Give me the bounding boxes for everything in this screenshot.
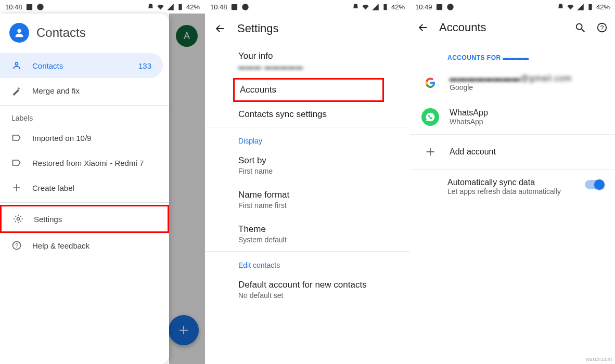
whatsapp-provider: WhatsApp (450, 118, 488, 126)
help-icon: ? (11, 240, 22, 251)
status-time: 10:49 (415, 3, 432, 11)
create-label-text: Create label (32, 184, 74, 192)
gear-icon (13, 214, 23, 224)
svg-rect-10 (383, 4, 387, 9)
battery-percent: 42% (596, 3, 610, 11)
settings-title: Settings (237, 22, 279, 35)
status-time: 10:48 (210, 3, 227, 11)
svg-rect-2 (178, 4, 182, 9)
setting-accounts[interactable]: Accounts (233, 78, 384, 102)
back-arrow-icon[interactable] (214, 23, 226, 34)
settings-label: Settings (34, 215, 62, 224)
settings-titlebar: Settings (205, 14, 410, 44)
search-icon[interactable] (574, 22, 586, 33)
display-section-header: Display (205, 127, 410, 148)
nav-settings[interactable]: Settings (0, 205, 169, 233)
label-restored[interactable]: Restored from Xiaomi - Redmi 7 (0, 150, 169, 175)
setting-sort-by[interactable]: Sort by First name (205, 148, 410, 183)
label-imported[interactable]: Imported on 10/9 (0, 125, 169, 150)
back-arrow-icon[interactable] (417, 22, 429, 33)
help-icon[interactable]: ? (596, 22, 608, 33)
svg-rect-8 (231, 4, 237, 9)
screen-contacts-drawer: 10:48 42% Contacts Contacts 133 (0, 0, 205, 364)
main-content-scrimmed: A (169, 14, 205, 364)
gallery-icon (25, 3, 33, 11)
label-icon (11, 158, 22, 168)
svg-point-3 (17, 29, 21, 33)
svg-point-14 (576, 24, 582, 30)
wifi-icon (157, 3, 164, 11)
contacts-count: 133 (138, 61, 151, 70)
setting-contacts-sync[interactable]: Contacts sync settings (205, 102, 410, 127)
wand-icon (11, 85, 22, 96)
nav-contacts-label: Contacts (32, 61, 63, 70)
account-whatsapp[interactable]: WhatsApp WhatsApp (410, 100, 615, 134)
add-account-label: Add account (450, 147, 496, 157)
watermark: wsxdn.com (586, 356, 612, 362)
app-title: Contacts (36, 25, 86, 40)
signal-icon (576, 3, 584, 11)
nav-merge-label: Merge and fix (32, 86, 80, 95)
signal-icon (371, 3, 379, 11)
divider (0, 202, 169, 203)
notification-off-icon (352, 3, 360, 11)
add-account-row[interactable]: Add account (410, 135, 615, 169)
facebook-icon (446, 3, 454, 11)
screen-settings: 10:48 42% Settings Your info ▬▬▬ ▬▬▬▬▬ A… (205, 0, 410, 364)
battery-icon (381, 3, 389, 11)
labels-section-header: Labels (0, 108, 169, 125)
svg-text:?: ? (600, 24, 604, 32)
auto-sync-title: Automatically sync data (447, 178, 576, 187)
svg-point-1 (37, 4, 44, 10)
svg-point-12 (447, 4, 454, 10)
setting-default-account[interactable]: Default account for new contacts No defa… (205, 272, 410, 307)
setting-your-info[interactable]: Your info ▬▬▬ ▬▬▬▬▬ (205, 44, 410, 78)
svg-point-5 (17, 218, 20, 220)
setting-theme[interactable]: Theme System default (205, 217, 410, 251)
auto-sync-toggle[interactable] (585, 180, 604, 189)
plus-icon (11, 183, 22, 193)
auto-sync-desc: Let apps refresh data automatically (447, 187, 576, 196)
notification-off-icon (147, 3, 155, 11)
svg-text:?: ? (15, 242, 18, 249)
battery-percent: 42% (391, 3, 405, 11)
svg-rect-0 (26, 4, 32, 9)
setting-name-format[interactable]: Name format First name first (205, 183, 410, 217)
notification-off-icon (557, 3, 565, 11)
google-logo-icon (421, 74, 439, 92)
screen-accounts: 10:49 42% Accounts ? ACCOUNTS FOR ▬▬▬▬ ▬… (410, 0, 615, 364)
svg-rect-11 (436, 4, 442, 9)
accounts-for-header: ACCOUNTS FOR ▬▬▬▬ (410, 42, 615, 66)
account-google[interactable]: ▬▬▬▬▬▬▬▬@gmail.com Google (410, 66, 615, 100)
contacts-app-icon (9, 23, 29, 43)
app-brand: Contacts (0, 14, 169, 53)
help-label: Help & feedback (32, 241, 89, 250)
person-icon (11, 60, 22, 71)
plus-icon (421, 143, 439, 161)
facebook-icon (241, 3, 249, 11)
auto-sync-row[interactable]: Automatically sync data Let apps refresh… (410, 170, 615, 204)
navigation-drawer: Contacts Contacts 133 Merge and fix Labe… (0, 14, 169, 364)
nav-contacts[interactable]: Contacts 133 (0, 53, 163, 78)
gallery-icon (435, 3, 443, 11)
nav-merge-fix[interactable]: Merge and fix (0, 78, 169, 103)
nav-help-feedback[interactable]: ? Help & feedback (0, 233, 169, 258)
accounts-title: Accounts (439, 21, 564, 34)
svg-point-9 (242, 4, 249, 10)
status-bar: 10:49 42% (410, 0, 615, 14)
status-bar: 10:48 42% (0, 0, 205, 14)
facebook-icon (36, 3, 44, 11)
google-provider: Google (450, 83, 572, 92)
whatsapp-name: WhatsApp (450, 108, 488, 118)
gallery-icon (230, 3, 238, 11)
label-imported-text: Imported on 10/9 (32, 134, 91, 142)
divider (0, 105, 169, 106)
signal-icon (166, 3, 174, 11)
battery-percent: 42% (186, 3, 200, 11)
battery-icon (176, 3, 184, 11)
status-bar: 10:48 42% (205, 0, 410, 14)
status-time: 10:48 (5, 3, 22, 11)
svg-point-4 (16, 62, 18, 65)
nav-create-label[interactable]: Create label (0, 175, 169, 200)
google-email: ▬▬▬▬▬▬▬▬@gmail.com (450, 74, 572, 83)
